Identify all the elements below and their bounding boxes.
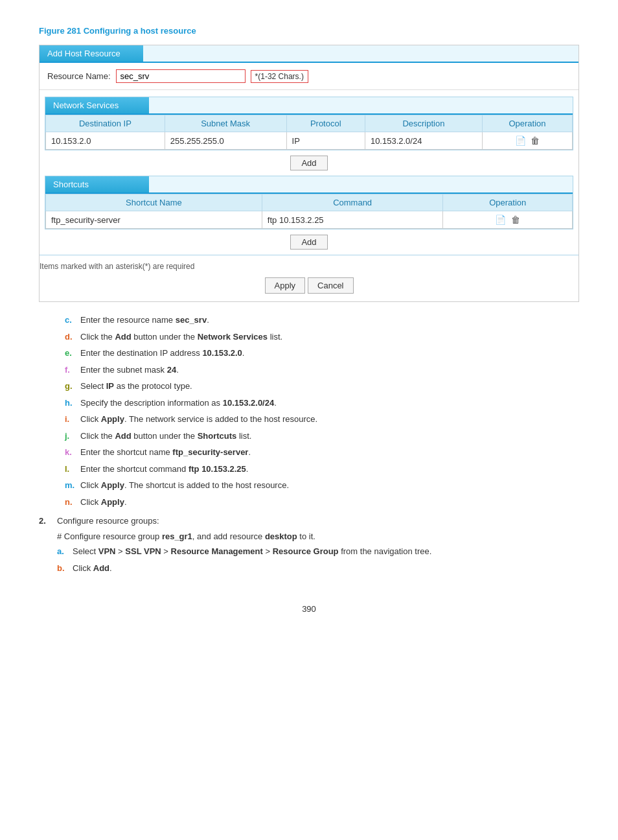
add-host-resource-header-row: Add Host Resource: [40, 45, 578, 63]
instruction-item-e: e. Enter the destination IP address 10.1…: [39, 347, 579, 360]
cell-subnet-mask: 255.255.255.0: [165, 132, 286, 150]
instruction-item-d: d. Click the Add button under the Networ…: [39, 331, 579, 344]
cell-description: 10.153.2.0/24: [365, 132, 482, 150]
shortcuts-section: Shortcuts Shortcut Name Command Operatio…: [45, 176, 573, 229]
instruction-item-g: g. Select IP as the protocol type.: [39, 380, 579, 393]
table-row: 10.153.2.0 255.255.255.0 IP 10.153.2.0/2…: [46, 132, 573, 150]
shortcuts-add-button[interactable]: Add: [290, 235, 327, 250]
network-services-label: Network Services: [45, 97, 149, 113]
col-destination-ip: Destination IP: [46, 115, 165, 132]
network-services-table: Destination IP Subnet Mask Protocol Desc…: [45, 115, 573, 150]
instruction-item-k: k. Enter the shortcut name ftp_security-…: [39, 446, 579, 459]
num-text-2: Configure resource groups:: [57, 516, 159, 526]
instruction-item-j: j. Click the Add button under the Shortc…: [39, 430, 579, 443]
delete-icon[interactable]: 🗑: [511, 215, 520, 225]
instruction-text-sub-a: Select VPN > SSL VPN > Resource Manageme…: [73, 545, 431, 558]
cell-operation: 📄 🗑: [443, 211, 573, 229]
instruction-item-h: h. Specify the description information a…: [39, 397, 579, 410]
instructions-section: c. Enter the resource name sec_srv. d. C…: [39, 314, 579, 578]
letter-e: e.: [65, 347, 76, 360]
letter-m: m.: [65, 479, 76, 492]
asterisk-note: Items marked with an asterisk(*) are req…: [40, 259, 578, 274]
edit-icon[interactable]: 📄: [495, 215, 506, 225]
col-command: Command: [262, 194, 443, 211]
instruction-text-n: Click Apply.: [80, 496, 127, 509]
col-protocol: Protocol: [286, 115, 365, 132]
letter-j: j.: [65, 430, 76, 443]
letter-sub-a: a.: [57, 545, 69, 558]
numbered-item-2: 2. Configure resource groups: # Configur…: [39, 515, 579, 578]
instruction-item-i: i. Click Apply. The network service is a…: [39, 413, 579, 426]
resource-name-input[interactable]: [116, 69, 246, 83]
num-content-2: Configure resource groups: # Configure r…: [57, 515, 431, 578]
instruction-item-l: l. Enter the shortcut command ftp 10.153…: [39, 463, 579, 476]
hash-note: # Configure resource group res_gr1, and …: [57, 530, 431, 543]
instruction-text-k: Enter the shortcut name ftp_security-ser…: [80, 446, 251, 459]
letter-f: f.: [65, 364, 76, 377]
footer-row: Items marked with an asterisk(*) are req…: [40, 255, 578, 301]
cell-destination-ip: 10.153.2.0: [46, 132, 165, 150]
instruction-text-sub-b: Click Add.: [73, 562, 112, 575]
delete-icon[interactable]: 🗑: [531, 135, 540, 146]
resource-name-row: Resource Name: *(1-32 Chars.): [40, 63, 578, 90]
col-shortcut-name: Shortcut Name: [46, 194, 262, 211]
instruction-item-n: n. Click Apply.: [39, 496, 579, 509]
cell-command: ftp 10.153.2.25: [262, 211, 443, 229]
instruction-text-d: Click the Add button under the Network S…: [80, 331, 282, 344]
apply-button[interactable]: Apply: [265, 277, 306, 294]
network-services-section: Network Services Destination IP Subnet M…: [45, 97, 573, 150]
cell-protocol: IP: [286, 132, 365, 150]
instruction-text-c: Enter the resource name sec_srv.: [80, 314, 209, 327]
letter-g: g.: [65, 380, 76, 393]
instruction-text-j: Click the Add button under the Shortcuts…: [80, 430, 251, 443]
instruction-text-e: Enter the destination IP address 10.153.…: [80, 347, 244, 360]
letter-d: d.: [65, 331, 76, 344]
network-services-header-row: Network Services: [45, 97, 573, 115]
instruction-item-c: c. Enter the resource name sec_srv.: [39, 314, 579, 327]
instruction-item-m: m. Click Apply. The shortcut is added to…: [39, 479, 579, 492]
page-number: 390: [39, 604, 579, 614]
network-services-add-button[interactable]: Add: [290, 156, 327, 170]
letter-h: h.: [65, 397, 76, 410]
col-operation: Operation: [482, 115, 572, 132]
sub-instruction-a: a. Select VPN > SSL VPN > Resource Manag…: [57, 545, 431, 558]
cell-shortcut-name: ftp_security-server: [46, 211, 262, 229]
col-operation: Operation: [443, 194, 573, 211]
instruction-text-f: Enter the subnet mask 24.: [80, 364, 179, 377]
sub-instruction-b: b. Click Add.: [57, 562, 431, 575]
instruction-text-h: Specify the description information as 1…: [80, 397, 277, 410]
form-container: Add Host Resource Resource Name: *(1-32 …: [39, 45, 579, 302]
letter-n: n.: [65, 496, 76, 509]
edit-icon[interactable]: 📄: [515, 135, 526, 146]
table-row: ftp_security-server ftp 10.153.2.25 📄 🗑: [46, 211, 573, 229]
letter-l: l.: [65, 463, 76, 476]
apply-cancel-row: Apply Cancel: [40, 274, 578, 299]
letter-i: i.: [65, 413, 76, 426]
shortcuts-header-row: Shortcuts: [45, 176, 573, 194]
figure-title: Figure 281 Configuring a host resource: [39, 26, 579, 36]
instruction-text-g: Select IP as the protocol type.: [80, 380, 192, 393]
col-description: Description: [365, 115, 482, 132]
cancel-button[interactable]: Cancel: [308, 277, 353, 294]
instruction-text-l: Enter the shortcut command ftp 10.153.2.…: [80, 463, 248, 476]
instruction-item-f: f. Enter the subnet mask 24.: [39, 364, 579, 377]
add-host-resource-label: Add Host Resource: [40, 45, 143, 62]
letter-k: k.: [65, 446, 76, 459]
shortcuts-table: Shortcut Name Command Operation ftp_secu…: [45, 194, 573, 229]
letter-c: c.: [65, 314, 76, 327]
num-label-2: 2.: [39, 515, 52, 578]
resource-name-label: Resource Name:: [47, 71, 111, 81]
resource-name-hint: *(1-32 Chars.): [251, 70, 308, 83]
col-subnet-mask: Subnet Mask: [165, 115, 286, 132]
shortcuts-label: Shortcuts: [45, 176, 149, 192]
instruction-text-m: Click Apply. The shortcut is added to th…: [80, 479, 289, 492]
cell-operation: 📄 🗑: [482, 132, 572, 150]
letter-sub-b: b.: [57, 562, 69, 575]
instruction-text-i: Click Apply. The network service is adde…: [80, 413, 317, 426]
